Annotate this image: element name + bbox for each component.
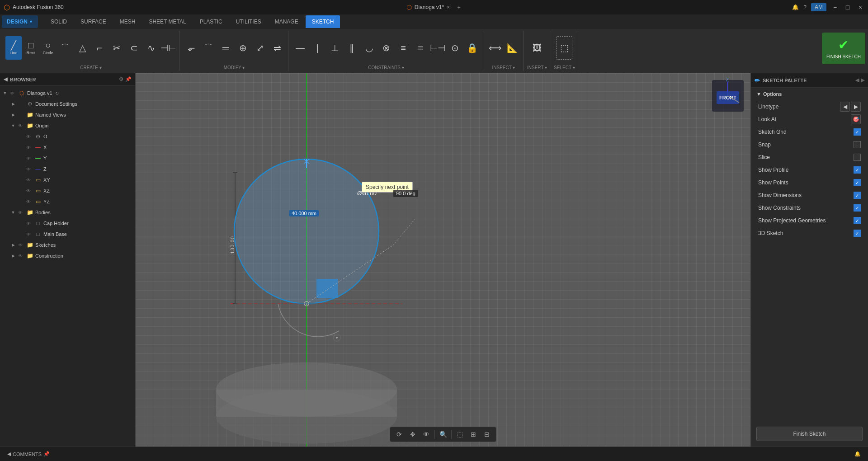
finish-sketch-ribbon-btn[interactable]: ✔ FINISH SKETCH xyxy=(822,33,865,64)
select-btn[interactable]: ⬚ xyxy=(556,36,572,60)
zoom-btn[interactable]: 🔍 xyxy=(437,428,449,441)
convert-btn[interactable]: ⇌ xyxy=(269,36,285,60)
tab-sketch[interactable]: SKETCH xyxy=(306,15,340,28)
origin-eye-icon[interactable]: 👁 xyxy=(17,122,24,129)
cap-holder-eye-icon[interactable]: 👁 xyxy=(25,220,32,226)
offset-tool-btn[interactable]: ⊂ xyxy=(126,36,142,60)
offset-curve-btn[interactable]: ⌒ xyxy=(200,36,217,60)
tree-item-construction[interactable]: ▶ 👁 📁 Construction xyxy=(0,250,135,261)
mirror-tool-btn[interactable]: ⊣⊢ xyxy=(160,36,176,60)
circle-tool-btn[interactable]: ○Circle xyxy=(40,36,56,60)
tree-item-main-base[interactable]: 👁 □ Main Base xyxy=(0,229,135,240)
break-btn[interactable]: ⊕ xyxy=(235,36,251,60)
tree-item-y[interactable]: 👁 — Y xyxy=(0,153,135,164)
equal-btn[interactable]: = xyxy=(412,36,429,60)
polygon-tool-btn[interactable]: △ xyxy=(74,36,90,60)
tree-item-o[interactable]: 👁 ⊙ O xyxy=(0,131,135,142)
spline-tool-btn[interactable]: ∿ xyxy=(143,36,159,60)
tree-item-root[interactable]: ▼ 👁 ⬡ Dianoga v1 ↻ xyxy=(0,88,135,99)
help-icon[interactable]: ? xyxy=(803,4,807,10)
tree-item-xy[interactable]: 👁 ▭ XY xyxy=(0,174,135,185)
pan-btn[interactable]: ✥ xyxy=(406,428,419,441)
x-eye-icon[interactable]: 👁 xyxy=(25,144,32,151)
tab-plastic[interactable]: PLASTIC xyxy=(193,15,229,28)
display-mode-btn[interactable]: ⬚ xyxy=(453,428,466,441)
o-eye-icon[interactable]: 👁 xyxy=(25,133,32,140)
vertical-constraint-btn[interactable]: | xyxy=(309,36,326,60)
sketch-scale-btn[interactable]: ⤢ xyxy=(252,36,268,60)
tree-item-origin[interactable]: ▼ 👁 📁 Origin xyxy=(0,120,135,131)
colinear-btn[interactable]: ≡ xyxy=(395,36,411,60)
show-dimensions-checkbox[interactable] xyxy=(854,192,861,199)
tab-sheet-metal[interactable]: SHEET METAL xyxy=(142,15,192,28)
design-dropdown[interactable]: DESIGN ▼ xyxy=(2,15,38,28)
palette-collapse-left-icon[interactable]: ◀ xyxy=(855,77,859,83)
show-constraints-checkbox[interactable] xyxy=(854,204,861,212)
tree-item-xz[interactable]: 👁 ▭ XZ xyxy=(0,185,135,196)
orbit-btn[interactable]: ⟳ xyxy=(393,428,406,441)
comments-toggle-btn[interactable]: ◀ COMMENTS 📌 xyxy=(4,449,53,460)
insert-image-btn[interactable]: 🖼 xyxy=(529,36,545,60)
3d-sketch-checkbox[interactable] xyxy=(854,230,861,237)
notifications-btn[interactable]: 🔔 xyxy=(851,449,864,460)
tree-item-yz[interactable]: 👁 ▭ YZ xyxy=(0,196,135,207)
account-label[interactable]: AM xyxy=(811,3,826,11)
linetype-right-btn[interactable]: ▶ xyxy=(851,102,861,112)
perpendicular-btn[interactable]: ⊥ xyxy=(326,36,343,60)
close-button[interactable]: × xyxy=(856,3,864,11)
tree-item-cap-holder[interactable]: 👁 □ Cap Holder xyxy=(0,218,135,229)
dimension-btn[interactable]: ⟺ xyxy=(487,36,503,60)
show-profile-checkbox[interactable] xyxy=(854,166,861,174)
tab-solid[interactable]: SOLID xyxy=(44,15,73,28)
maximize-button[interactable]: □ xyxy=(844,3,852,11)
rectangle-tool-btn[interactable]: □Rect xyxy=(23,36,39,60)
construction-eye-icon[interactable]: 👁 xyxy=(17,253,24,259)
tree-item-bodies[interactable]: ▼ 👁 📁 Bodies xyxy=(0,207,135,218)
tree-item-z[interactable]: 👁 — Z xyxy=(0,164,135,174)
sketch-grid-checkbox[interactable] xyxy=(854,128,861,136)
minimize-button[interactable]: − xyxy=(831,3,839,11)
tab-mesh[interactable]: MESH xyxy=(113,15,142,28)
tree-item-x[interactable]: 👁 — X xyxy=(0,142,135,153)
arc-tool-btn[interactable]: ⌒ xyxy=(57,36,73,60)
tree-item-sketches[interactable]: ▶ 👁 📁 Sketches xyxy=(0,240,135,250)
finish-sketch-palette-btn[interactable]: Finish Sketch xyxy=(756,427,863,441)
show-points-checkbox[interactable] xyxy=(854,179,861,186)
trim-tool-btn[interactable]: ✂ xyxy=(108,36,125,60)
coincident-btn[interactable]: ⊗ xyxy=(378,36,394,60)
fix-btn[interactable]: 🔒 xyxy=(464,36,480,60)
parallel-btn[interactable]: ∥ xyxy=(344,36,360,60)
notification-icon[interactable]: 🔔 xyxy=(792,4,799,10)
grid-btn[interactable]: ⊞ xyxy=(467,428,480,441)
show-projected-checkbox[interactable] xyxy=(854,217,861,224)
xz-eye-icon[interactable]: 👁 xyxy=(25,188,32,194)
tab-manage[interactable]: MANAGE xyxy=(269,15,305,28)
canvas-area[interactable]: 40.000 mm Ø40.00 Specify next point 90.0… xyxy=(136,73,750,447)
env-btn[interactable]: ⊟ xyxy=(481,428,493,441)
browser-pin-icon[interactable]: 📌 xyxy=(125,76,132,82)
look-btn[interactable]: 👁 xyxy=(420,428,433,441)
xy-eye-icon[interactable]: 👁 xyxy=(25,177,32,183)
horizontal-constraint-btn[interactable]: — xyxy=(292,36,308,60)
symmetric-btn[interactable]: ⊢⊣ xyxy=(429,36,446,60)
browser-collapse-icon[interactable]: ◀ xyxy=(4,76,7,82)
doc-settings-eye-icon[interactable] xyxy=(17,101,24,107)
sketches-eye-icon[interactable]: 👁 xyxy=(17,242,24,248)
snap-checkbox[interactable] xyxy=(854,141,861,148)
tree-item-named-views[interactable]: ▶ 📁 Named Views xyxy=(0,109,135,120)
fillet-tool-btn[interactable]: ⌐ xyxy=(91,36,108,60)
look-at-btn[interactable]: 🎯 xyxy=(851,114,861,124)
viewcube[interactable]: Z FRONT xyxy=(710,78,746,114)
extend-btn[interactable]: ═ xyxy=(217,36,234,60)
palette-options-header[interactable]: ▼ Options xyxy=(756,91,863,97)
palette-collapse-right-icon[interactable]: ▶ xyxy=(861,77,864,83)
line-tool-btn[interactable]: ╱Line xyxy=(5,36,22,60)
z-eye-icon[interactable]: 👁 xyxy=(25,166,32,172)
tree-item-doc-settings[interactable]: ▶ ⚙ Document Settings xyxy=(0,99,135,109)
tab-surface[interactable]: SURFACE xyxy=(74,15,113,28)
tab-utilities[interactable]: UTILITIES xyxy=(230,15,268,28)
y-eye-icon[interactable]: 👁 xyxy=(25,155,32,161)
tangent-btn[interactable]: ◡ xyxy=(361,36,377,60)
project-btn[interactable]: ⬐ xyxy=(183,36,199,60)
add-tab-icon[interactable]: ＋ xyxy=(456,4,462,11)
